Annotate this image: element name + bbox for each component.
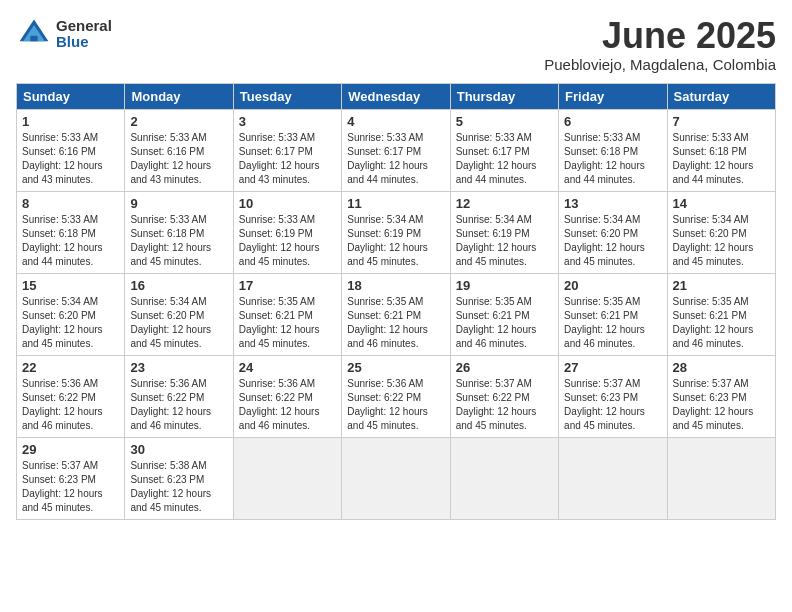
calendar-day-cell — [559, 437, 667, 519]
weekday-header-cell: Monday — [125, 83, 233, 109]
day-info: Sunrise: 5:35 AM Sunset: 6:21 PM Dayligh… — [239, 295, 336, 351]
calendar-day-cell: 24Sunrise: 5:36 AM Sunset: 6:22 PM Dayli… — [233, 355, 341, 437]
calendar-day-cell: 6Sunrise: 5:33 AM Sunset: 6:18 PM Daylig… — [559, 109, 667, 191]
day-info: Sunrise: 5:35 AM Sunset: 6:21 PM Dayligh… — [673, 295, 770, 351]
day-number: 11 — [347, 196, 444, 211]
calendar-day-cell — [342, 437, 450, 519]
day-number: 24 — [239, 360, 336, 375]
day-number: 16 — [130, 278, 227, 293]
day-number: 14 — [673, 196, 770, 211]
weekday-header-cell: Friday — [559, 83, 667, 109]
weekday-header-cell: Tuesday — [233, 83, 341, 109]
calendar-day-cell: 12Sunrise: 5:34 AM Sunset: 6:19 PM Dayli… — [450, 191, 558, 273]
day-number: 20 — [564, 278, 661, 293]
day-info: Sunrise: 5:36 AM Sunset: 6:22 PM Dayligh… — [130, 377, 227, 433]
month-title: June 2025 — [544, 16, 776, 56]
day-info: Sunrise: 5:33 AM Sunset: 6:17 PM Dayligh… — [456, 131, 553, 187]
day-number: 10 — [239, 196, 336, 211]
day-number: 3 — [239, 114, 336, 129]
day-number: 21 — [673, 278, 770, 293]
day-number: 25 — [347, 360, 444, 375]
calendar-day-cell: 15Sunrise: 5:34 AM Sunset: 6:20 PM Dayli… — [17, 273, 125, 355]
calendar-day-cell: 13Sunrise: 5:34 AM Sunset: 6:20 PM Dayli… — [559, 191, 667, 273]
day-info: Sunrise: 5:34 AM Sunset: 6:19 PM Dayligh… — [347, 213, 444, 269]
day-info: Sunrise: 5:33 AM Sunset: 6:18 PM Dayligh… — [22, 213, 119, 269]
day-number: 5 — [456, 114, 553, 129]
calendar-day-cell: 4Sunrise: 5:33 AM Sunset: 6:17 PM Daylig… — [342, 109, 450, 191]
day-number: 30 — [130, 442, 227, 457]
day-info: Sunrise: 5:38 AM Sunset: 6:23 PM Dayligh… — [130, 459, 227, 515]
day-info: Sunrise: 5:33 AM Sunset: 6:17 PM Dayligh… — [239, 131, 336, 187]
day-info: Sunrise: 5:34 AM Sunset: 6:20 PM Dayligh… — [673, 213, 770, 269]
logo-text: General Blue — [56, 18, 112, 51]
day-number: 8 — [22, 196, 119, 211]
calendar-table: SundayMondayTuesdayWednesdayThursdayFrid… — [16, 83, 776, 520]
calendar-day-cell: 21Sunrise: 5:35 AM Sunset: 6:21 PM Dayli… — [667, 273, 775, 355]
calendar-day-cell: 25Sunrise: 5:36 AM Sunset: 6:22 PM Dayli… — [342, 355, 450, 437]
calendar-day-cell: 1Sunrise: 5:33 AM Sunset: 6:16 PM Daylig… — [17, 109, 125, 191]
logo: General Blue — [16, 16, 112, 52]
logo-blue-label: Blue — [56, 34, 112, 51]
weekday-header-cell: Sunday — [17, 83, 125, 109]
day-number: 2 — [130, 114, 227, 129]
calendar-week-row: 15Sunrise: 5:34 AM Sunset: 6:20 PM Dayli… — [17, 273, 776, 355]
day-info: Sunrise: 5:36 AM Sunset: 6:22 PM Dayligh… — [22, 377, 119, 433]
calendar-day-cell — [667, 437, 775, 519]
day-info: Sunrise: 5:37 AM Sunset: 6:23 PM Dayligh… — [564, 377, 661, 433]
calendar-body: 1Sunrise: 5:33 AM Sunset: 6:16 PM Daylig… — [17, 109, 776, 519]
day-number: 9 — [130, 196, 227, 211]
calendar-day-cell: 10Sunrise: 5:33 AM Sunset: 6:19 PM Dayli… — [233, 191, 341, 273]
calendar-day-cell: 14Sunrise: 5:34 AM Sunset: 6:20 PM Dayli… — [667, 191, 775, 273]
calendar-day-cell — [233, 437, 341, 519]
day-info: Sunrise: 5:34 AM Sunset: 6:20 PM Dayligh… — [130, 295, 227, 351]
calendar-day-cell: 27Sunrise: 5:37 AM Sunset: 6:23 PM Dayli… — [559, 355, 667, 437]
header: General Blue June 2025 Puebloviejo, Magd… — [16, 16, 776, 73]
day-number: 17 — [239, 278, 336, 293]
weekday-header-cell: Saturday — [667, 83, 775, 109]
day-number: 29 — [22, 442, 119, 457]
calendar-day-cell: 18Sunrise: 5:35 AM Sunset: 6:21 PM Dayli… — [342, 273, 450, 355]
day-number: 19 — [456, 278, 553, 293]
calendar-day-cell: 17Sunrise: 5:35 AM Sunset: 6:21 PM Dayli… — [233, 273, 341, 355]
logo-general-label: General — [56, 18, 112, 35]
calendar-day-cell: 2Sunrise: 5:33 AM Sunset: 6:16 PM Daylig… — [125, 109, 233, 191]
calendar-week-row: 1Sunrise: 5:33 AM Sunset: 6:16 PM Daylig… — [17, 109, 776, 191]
calendar-week-row: 29Sunrise: 5:37 AM Sunset: 6:23 PM Dayli… — [17, 437, 776, 519]
calendar-day-cell: 9Sunrise: 5:33 AM Sunset: 6:18 PM Daylig… — [125, 191, 233, 273]
day-info: Sunrise: 5:35 AM Sunset: 6:21 PM Dayligh… — [456, 295, 553, 351]
day-number: 28 — [673, 360, 770, 375]
day-number: 12 — [456, 196, 553, 211]
day-number: 26 — [456, 360, 553, 375]
calendar-day-cell — [450, 437, 558, 519]
day-info: Sunrise: 5:36 AM Sunset: 6:22 PM Dayligh… — [239, 377, 336, 433]
day-info: Sunrise: 5:37 AM Sunset: 6:23 PM Dayligh… — [673, 377, 770, 433]
day-info: Sunrise: 5:35 AM Sunset: 6:21 PM Dayligh… — [347, 295, 444, 351]
calendar-day-cell: 29Sunrise: 5:37 AM Sunset: 6:23 PM Dayli… — [17, 437, 125, 519]
day-number: 15 — [22, 278, 119, 293]
day-info: Sunrise: 5:35 AM Sunset: 6:21 PM Dayligh… — [564, 295, 661, 351]
day-number: 18 — [347, 278, 444, 293]
calendar-day-cell: 22Sunrise: 5:36 AM Sunset: 6:22 PM Dayli… — [17, 355, 125, 437]
day-number: 27 — [564, 360, 661, 375]
calendar-day-cell: 20Sunrise: 5:35 AM Sunset: 6:21 PM Dayli… — [559, 273, 667, 355]
day-info: Sunrise: 5:33 AM Sunset: 6:19 PM Dayligh… — [239, 213, 336, 269]
calendar-day-cell: 28Sunrise: 5:37 AM Sunset: 6:23 PM Dayli… — [667, 355, 775, 437]
calendar-day-cell: 19Sunrise: 5:35 AM Sunset: 6:21 PM Dayli… — [450, 273, 558, 355]
day-info: Sunrise: 5:34 AM Sunset: 6:20 PM Dayligh… — [22, 295, 119, 351]
weekday-header-row: SundayMondayTuesdayWednesdayThursdayFrid… — [17, 83, 776, 109]
day-number: 13 — [564, 196, 661, 211]
day-info: Sunrise: 5:34 AM Sunset: 6:19 PM Dayligh… — [456, 213, 553, 269]
day-number: 7 — [673, 114, 770, 129]
day-info: Sunrise: 5:36 AM Sunset: 6:22 PM Dayligh… — [347, 377, 444, 433]
day-info: Sunrise: 5:33 AM Sunset: 6:18 PM Dayligh… — [673, 131, 770, 187]
day-number: 4 — [347, 114, 444, 129]
calendar-day-cell: 11Sunrise: 5:34 AM Sunset: 6:19 PM Dayli… — [342, 191, 450, 273]
calendar-day-cell: 8Sunrise: 5:33 AM Sunset: 6:18 PM Daylig… — [17, 191, 125, 273]
weekday-header-cell: Wednesday — [342, 83, 450, 109]
day-info: Sunrise: 5:33 AM Sunset: 6:18 PM Dayligh… — [130, 213, 227, 269]
calendar-week-row: 22Sunrise: 5:36 AM Sunset: 6:22 PM Dayli… — [17, 355, 776, 437]
calendar-day-cell: 5Sunrise: 5:33 AM Sunset: 6:17 PM Daylig… — [450, 109, 558, 191]
calendar-day-cell: 7Sunrise: 5:33 AM Sunset: 6:18 PM Daylig… — [667, 109, 775, 191]
day-info: Sunrise: 5:37 AM Sunset: 6:22 PM Dayligh… — [456, 377, 553, 433]
day-info: Sunrise: 5:37 AM Sunset: 6:23 PM Dayligh… — [22, 459, 119, 515]
